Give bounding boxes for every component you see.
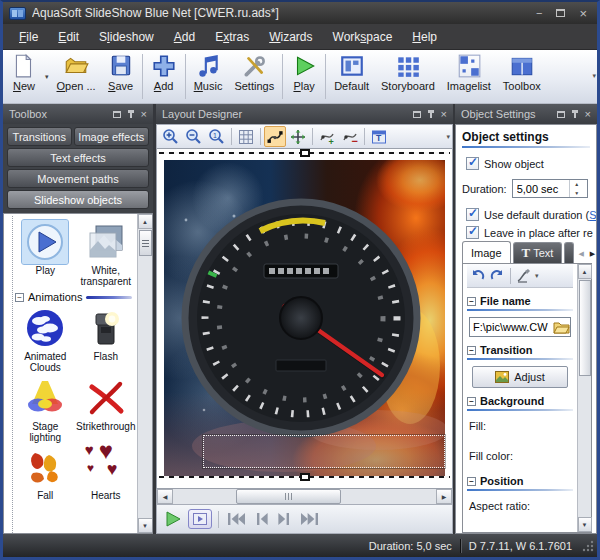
selection-rect[interactable] <box>203 435 445 468</box>
settings-scrollbar[interactable]: ▲ ▼ <box>577 264 591 532</box>
zoom-in-tool[interactable] <box>160 126 182 147</box>
object-item-stage-lighting[interactable]: Stage lighting <box>15 376 76 443</box>
tab-text[interactable]: TText <box>513 242 563 263</box>
grid-tool[interactable] <box>235 126 257 147</box>
close-icon[interactable]: × <box>441 108 447 120</box>
next-frame-button[interactable] <box>275 508 294 530</box>
settings-button[interactable]: Settings <box>228 51 280 102</box>
menu-slideshow[interactable]: Slideshow <box>89 26 164 48</box>
preview-play-button[interactable] <box>163 508 184 530</box>
pin-icon[interactable] <box>574 111 576 118</box>
animations-group-header[interactable]: − Animations <box>15 288 136 306</box>
close-icon[interactable]: × <box>585 108 591 120</box>
category-transitions[interactable]: Transitions <box>7 127 72 146</box>
close-button[interactable]: × <box>579 8 587 19</box>
category-movement-paths[interactable]: Movement paths <box>7 169 149 188</box>
zoom-actual-tool[interactable]: 1 <box>206 126 228 147</box>
category-text-effects[interactable]: Text effects <box>7 148 149 167</box>
menu-wizards[interactable]: Wizards <box>259 26 322 48</box>
menu-file[interactable]: File <box>9 26 48 48</box>
category-slideshow-objects[interactable]: Slideshow objects <box>7 190 149 209</box>
close-icon[interactable]: × <box>141 108 147 120</box>
file-name-field[interactable] <box>469 317 571 337</box>
position-section-header[interactable]: − Position <box>467 475 573 487</box>
menu-help[interactable]: Help <box>402 26 447 48</box>
redo-icon[interactable] <box>489 268 505 284</box>
menu-add[interactable]: Add <box>164 26 205 48</box>
restore-icon[interactable] <box>113 111 121 118</box>
tab-scroll-right-icon[interactable]: ▶ <box>590 250 595 258</box>
restore-icon[interactable] <box>557 111 565 118</box>
transition-section-header[interactable]: − Transition <box>467 344 573 356</box>
object-item-white-transparent[interactable]: White, transparent <box>76 220 137 287</box>
path-edit-tool[interactable] <box>264 126 286 147</box>
collapse-icon[interactable]: − <box>467 297 476 306</box>
duration-spinner[interactable]: ▲ ▼ <box>512 179 588 198</box>
scroll-right-button[interactable]: ▶ <box>436 489 452 504</box>
scroll-down-button[interactable]: ▼ <box>138 518 153 533</box>
use-default-duration-checkbox[interactable]: ✓ <box>466 208 479 221</box>
menu-workspace[interactable]: Workspace <box>323 26 403 48</box>
tab-scroll-left-icon[interactable]: ◀ <box>578 250 583 258</box>
object-item-flash[interactable]: Flash <box>76 306 137 373</box>
object-item-fall[interactable]: Fall <box>15 445 76 501</box>
play-button[interactable]: Play <box>285 51 323 102</box>
spin-down-icon[interactable]: ▼ <box>570 189 584 198</box>
skip-end-button[interactable] <box>298 508 321 530</box>
previous-frame-button[interactable] <box>252 508 271 530</box>
minimize-button[interactable]: − <box>536 8 542 19</box>
toolbox-scrollbar[interactable]: ▲ ▼ <box>137 214 152 533</box>
menu-extras[interactable]: Extras <box>205 26 259 48</box>
selection-handle-bottom[interactable] <box>300 473 310 481</box>
scroll-left-button[interactable]: ◀ <box>157 489 173 504</box>
storyboard-button[interactable]: Storyboard <box>375 51 441 102</box>
collapse-icon[interactable]: − <box>15 293 24 302</box>
text-layout-tool[interactable]: T <box>368 126 390 147</box>
designer-toolbar-overflow[interactable]: ▾ <box>446 133 450 141</box>
pin-icon[interactable] <box>130 111 132 118</box>
collapse-icon[interactable]: − <box>467 346 476 355</box>
object-item-animated-clouds[interactable]: Animated Clouds <box>15 306 76 373</box>
tab-image[interactable]: Image <box>462 241 511 263</box>
leave-in-place-checkbox[interactable]: ✓ <box>466 226 479 239</box>
object-item-play[interactable]: Play <box>15 220 76 287</box>
object-item-strikethrough[interactable]: Strikethrough <box>76 376 137 443</box>
leave-in-place-row[interactable]: ✓ Leave in place after re <box>466 226 596 239</box>
adjust-button[interactable]: Adjust <box>472 366 568 388</box>
toolbar-overflow-arrow[interactable]: ▾ <box>592 72 596 80</box>
spin-up-icon[interactable]: ▲ <box>570 180 584 189</box>
scroll-thumb[interactable] <box>139 230 152 256</box>
default-workspace-button[interactable]: Default <box>328 51 375 102</box>
duration-input[interactable] <box>513 180 569 197</box>
new-button[interactable]: New <box>5 51 43 102</box>
add-button[interactable]: Add <box>145 51 183 102</box>
music-button[interactable]: Music <box>188 51 229 102</box>
zoom-out-tool[interactable] <box>183 126 205 147</box>
slide-image-speedometer[interactable] <box>164 160 445 478</box>
preview-window-button[interactable] <box>188 509 212 529</box>
sign-tool-dropdown[interactable]: ▾ <box>535 272 539 280</box>
file-name-input[interactable] <box>470 321 553 333</box>
use-default-duration-row[interactable]: ✓ Use default duration (S <box>466 208 596 221</box>
show-object-checkbox[interactable]: ✓ <box>466 157 479 170</box>
imagelist-button[interactable]: Imagelist <box>441 51 497 102</box>
file-name-section-header[interactable]: − File name <box>467 295 573 307</box>
scroll-track[interactable] <box>173 489 436 504</box>
scroll-down-button[interactable]: ▼ <box>578 517 592 532</box>
new-dropdown-arrow[interactable]: ▾ <box>43 73 51 81</box>
resize-grip[interactable] <box>582 540 594 552</box>
remove-path-point-tool[interactable]: − <box>339 126 361 147</box>
settings-link[interactable]: S <box>589 209 596 221</box>
scroll-thumb[interactable] <box>579 280 591 376</box>
tab-partial[interactable] <box>564 242 574 263</box>
skip-start-button[interactable] <box>225 508 248 530</box>
scroll-up-button[interactable]: ▲ <box>578 264 592 279</box>
collapse-icon[interactable]: − <box>467 397 476 406</box>
toolbox-button[interactable]: Toolbox <box>497 51 547 102</box>
show-object-row[interactable]: ✓ Show object <box>466 157 596 170</box>
pin-icon[interactable] <box>430 111 432 118</box>
category-image-effects[interactable]: Image effects <box>74 127 149 146</box>
scroll-up-button[interactable]: ▲ <box>138 214 153 229</box>
save-button[interactable]: Save <box>102 51 140 102</box>
scroll-thumb[interactable] <box>236 489 341 504</box>
